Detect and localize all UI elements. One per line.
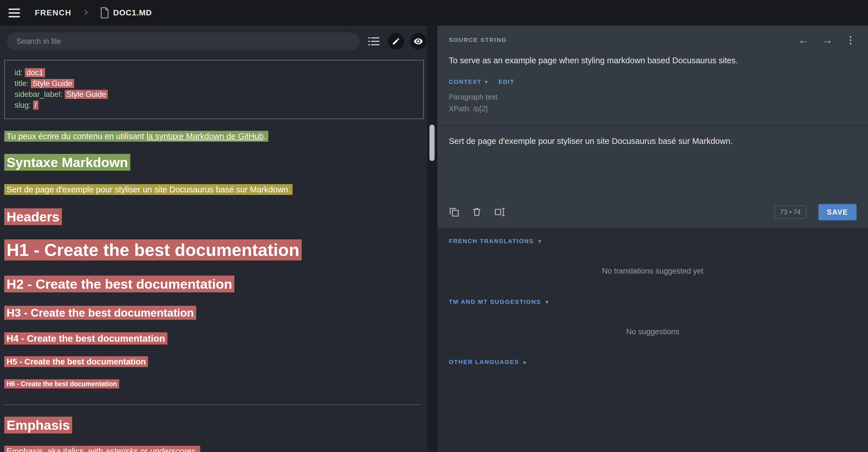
intro-text-post: . [264,132,266,141]
text-select-icon[interactable] [494,206,505,218]
h2-string[interactable]: H2 - Create the best documentation [4,276,235,292]
xpath-text: XPath: /p[2] [449,104,857,113]
frontmatter-key: title: [14,79,29,88]
source-string-label: SOURCE STRING [449,36,507,43]
translation-panel: SOURCE STRING ← → ⋮ To serve as an examp… [437,26,868,452]
no-suggestions-message: No suggestions [437,327,868,336]
heading-emphasis-string[interactable]: Emphasis [4,417,72,433]
source-string-header: SOURCE STRING ← → ⋮ [437,26,868,54]
emphasis-italic: asterisks [105,447,138,452]
heading-headers-string[interactable]: Headers [4,208,62,225]
document-panel: id: doc1 title: Style Guide sidebar_labe… [0,26,427,452]
frontmatter-line: sidebar_label: Style Guide [14,89,417,100]
frontmatter-line: id: doc1 [14,67,417,78]
copy-source-icon[interactable] [449,206,460,218]
h4-string[interactable]: H4 - Create the best documentation [4,332,167,345]
source-string-block: SOURCE STRING ← → ⋮ To serve as an examp… [437,26,868,228]
scrollbar-thumb[interactable] [429,125,435,161]
chevron-down-icon: ▾ [538,238,542,245]
clear-translation-icon[interactable] [472,207,482,217]
menu-icon[interactable] [8,8,20,18]
translated-intro-string[interactable]: Tu peux écrire du contenu en utilisant l… [4,132,424,141]
markdown-syntax-link[interactable]: la syntaxe Markdown de GitHub [147,132,264,141]
h6-string[interactable]: H6 - Create the best documentation [4,379,119,388]
frontmatter-value-string[interactable]: Style Guide [31,79,74,88]
edit-mode-icon[interactable] [388,33,404,50]
h3-string[interactable]: H3 - Create the best documentation [4,306,196,320]
chevron-right-icon: ▸ [524,359,527,365]
scrollbar-track[interactable] [427,26,437,452]
frontmatter-value-string[interactable]: / [33,101,39,110]
h5-string[interactable]: H5 - Create the best documentation [4,356,148,367]
breadcrumb-project[interactable]: FRENCH [35,8,71,18]
suggestions-area: FRENCH TRANSLATIONS ▾ No translations su… [437,228,868,365]
edit-context-button[interactable]: EDIT [498,78,515,85]
context-toggle[interactable]: CONTEXT ▾ [449,78,488,85]
context-row: CONTEXT ▾ EDIT [449,78,857,85]
chevron-down-icon: ▾ [546,299,549,305]
frontmatter-key: slug: [14,101,31,109]
emphasis-text: Emphasis, aka italics, with [6,447,105,452]
chevron-right-icon: › [84,6,88,18]
frontmatter-value-string[interactable]: Style Guide [65,90,108,99]
context-type-text: Paragraph text [449,93,857,101]
next-string-icon[interactable]: → [822,34,833,45]
search-toolbar [0,26,427,57]
h1-string[interactable]: H1 - Create the best documentation [4,239,302,260]
other-languages-section[interactable]: OTHER LANGUAGES ▸ [449,358,527,365]
emphasis-text: . [195,447,197,452]
frontmatter-block: id: doc1 title: Style Guide sidebar_labe… [4,60,424,119]
emphasis-italic: underscores [150,447,196,452]
no-translations-message: No translations suggested yet [437,267,868,276]
tm-mt-label: TM AND MT SUGGESTIONS [449,298,541,305]
list-view-icon[interactable] [366,33,382,50]
character-counter: 73 • 74 [774,205,806,219]
file-icon [99,7,109,19]
french-translations-label: FRENCH TRANSLATIONS [449,238,534,245]
chevron-down-icon: ▾ [485,79,488,85]
tm-mt-suggestions-section[interactable]: TM AND MT SUGGESTIONS ▾ [449,298,549,305]
topbar: FRENCH › DOC1.MD [0,0,868,26]
breadcrumb-file: DOC1.MD [113,8,152,18]
more-menu-icon[interactable]: ⋮ [846,35,856,45]
emphasis-text: or [138,447,150,452]
document-preview: id: doc1 title: Style Guide sidebar_labe… [0,60,427,452]
horizontal-rule [4,405,420,405]
previous-string-icon[interactable]: ← [798,34,809,45]
preview-mode-icon[interactable] [410,33,427,50]
frontmatter-value-string[interactable]: doc1 [25,68,45,77]
french-translations-section[interactable]: FRENCH TRANSLATIONS ▾ [449,238,542,245]
source-string-text: To serve as an example page when styling… [437,54,868,65]
selected-string[interactable]: Sert de page d'exemple pour styliser un … [4,184,292,195]
emphasis-string[interactable]: Emphasis, aka italics, with asterisks or… [4,447,424,452]
frontmatter-key: id: [14,68,23,77]
translation-toolbar: 73 • 74 SAVE [437,196,868,228]
frontmatter-line: title: Style Guide [14,78,417,89]
intro-text-pre: Tu peux écrire du contenu en utilisant [6,132,147,141]
translation-input[interactable]: Sert de page d'exemple pour styliser un … [437,126,868,196]
context-label: CONTEXT [449,78,481,85]
save-button[interactable]: SAVE [818,204,857,220]
search-input[interactable] [7,32,360,50]
other-languages-label: OTHER LANGUAGES [449,358,519,365]
frontmatter-line: slug: / [14,100,417,110]
frontmatter-key: sidebar_label: [14,90,62,99]
heading-syntaxe-string[interactable]: Syntaxe Markdown [4,154,130,171]
